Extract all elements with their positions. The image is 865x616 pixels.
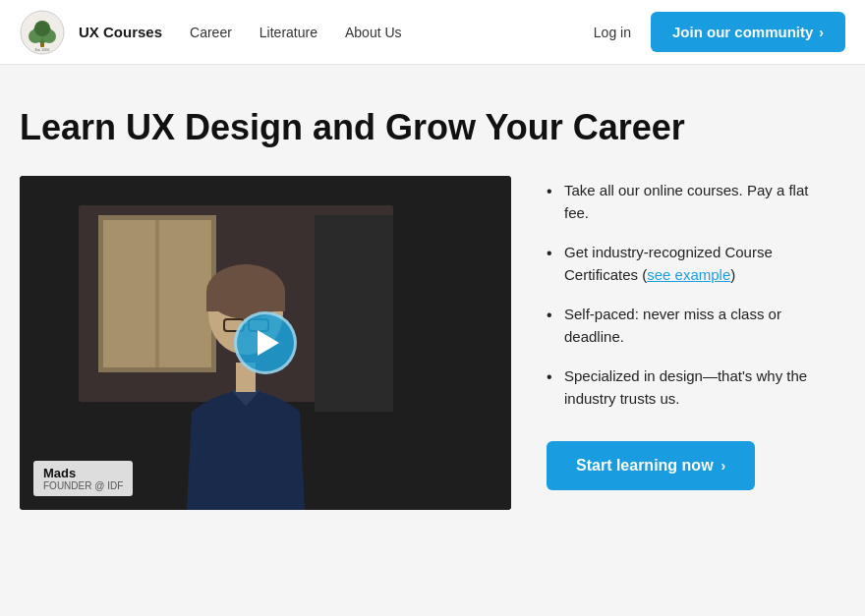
join-community-button[interactable]: Join our community ›: [651, 12, 845, 52]
login-link[interactable]: Log in: [594, 25, 631, 40]
nav-right: Log in Join our community ›: [594, 12, 845, 52]
feature-item-3: Self-paced: never miss a class or deadli…: [547, 304, 836, 348]
start-learning-label: Start learning now: [576, 457, 714, 475]
svg-rect-12: [315, 215, 393, 412]
feature-2-text-after: ): [730, 266, 735, 283]
feature-list: Take all our online courses. Pay a flat …: [547, 180, 836, 410]
nav-link-literature[interactable]: Literature: [260, 25, 317, 40]
svg-rect-11: [155, 215, 159, 372]
see-example-link[interactable]: see example: [647, 266, 730, 283]
svg-rect-15: [206, 292, 285, 311]
join-community-label: Join our community: [672, 24, 813, 40]
nav-link-about-us[interactable]: About Us: [345, 25, 402, 40]
video-play-button[interactable]: [234, 311, 297, 374]
start-learning-chevron-icon: ›: [721, 458, 726, 474]
video-person-name: Mads: [43, 466, 123, 480]
video-person-role: FOUNDER @ IDF: [43, 480, 123, 491]
content-row: Mads FOUNDER @ IDF Take all our online c…: [20, 176, 836, 510]
page-heading: Learn UX Design and Grow Your Career: [20, 106, 836, 148]
play-icon: [258, 330, 279, 356]
feature-item-4: Specialized in design—that's why the ind…: [547, 365, 836, 410]
feature-1-text: Take all our online courses. Pay a flat …: [564, 182, 808, 221]
svg-text:Est. 2002: Est. 2002: [34, 47, 49, 52]
nav-link-career[interactable]: Career: [190, 25, 232, 40]
join-chevron-icon: ›: [819, 25, 824, 40]
feature-3-text: Self-paced: never miss a class or deadli…: [564, 306, 781, 345]
feature-item-1: Take all our online courses. Pay a flat …: [547, 180, 836, 224]
video-container: Mads FOUNDER @ IDF: [20, 176, 511, 510]
navbar: Est. 2002 UX Courses Career Literature A…: [0, 0, 865, 65]
feature-4-text: Specialized in design—that's why the ind…: [564, 367, 807, 407]
site-logo[interactable]: Est. 2002: [20, 10, 65, 55]
main-content: Learn UX Design and Grow Your Career: [0, 65, 865, 549]
right-content: Take all our online courses. Pay a flat …: [547, 176, 836, 490]
nav-brand[interactable]: UX Courses: [79, 24, 162, 40]
video-person-label: Mads FOUNDER @ IDF: [33, 461, 133, 496]
svg-point-5: [34, 21, 50, 36]
video-inner: Mads FOUNDER @ IDF: [20, 176, 511, 510]
feature-item-2: Get industry-recognized Course Certifica…: [547, 242, 836, 286]
nav-links: UX Courses Career Literature About Us: [79, 24, 594, 40]
start-learning-button[interactable]: Start learning now ›: [547, 441, 755, 490]
